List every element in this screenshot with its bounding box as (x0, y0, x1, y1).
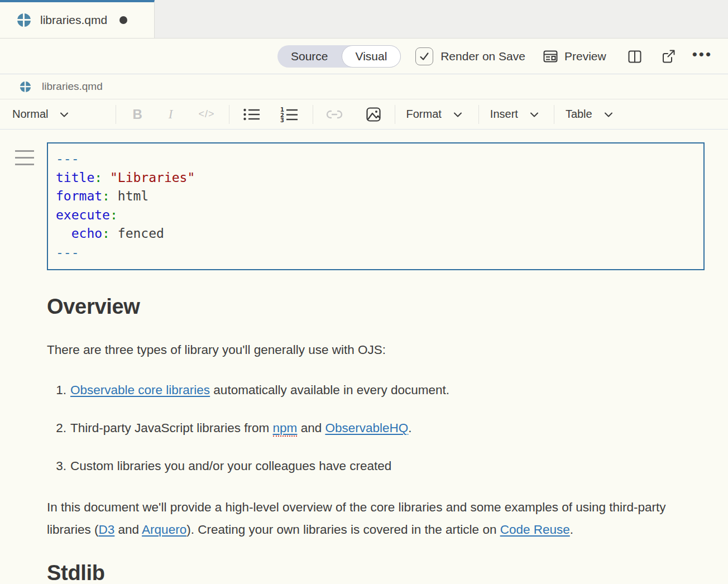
checkmark-icon (418, 50, 430, 63)
list-item[interactable]: 3. Custom libraries you and/or your coll… (47, 458, 689, 474)
block-drag-handle[interactable] (15, 150, 34, 170)
list-item-text: Custom libraries you and/or your colleag… (70, 458, 391, 474)
code-reuse-link[interactable]: Code Reuse (500, 523, 570, 537)
toolbar-divider (313, 105, 313, 124)
list-item-text: Third-party JavaScript libraries from np… (70, 420, 412, 436)
format-toolbar: Normal B I </> 1 2 3 (0, 99, 728, 130)
library-types-list: 1. Observable core libraries automatical… (47, 382, 689, 474)
quarto-icon (17, 13, 31, 27)
yaml-colon: : (102, 189, 110, 203)
arquero-link[interactable]: Arquero (142, 523, 186, 537)
intro-paragraph[interactable]: There are three types of library you'll … (47, 339, 689, 361)
chevron-down-icon (528, 108, 541, 121)
split-pane-button[interactable] (626, 48, 643, 65)
yaml-key: title (56, 170, 94, 185)
toolbar-divider (229, 105, 229, 124)
italic-icon: I (169, 107, 173, 122)
tab-libraries-qmd[interactable]: libraries.qmd (0, 0, 155, 38)
heading-stdlib[interactable]: Stdlib (47, 561, 689, 584)
yaml-value: fenced (110, 226, 164, 241)
inline-code-button[interactable]: </> (198, 108, 214, 120)
observable-core-libraries-link[interactable]: Observable core libraries (70, 383, 210, 397)
yaml-delimiter: --- (56, 151, 79, 166)
tab-title: libraries.qmd (40, 13, 107, 27)
insert-menu[interactable]: Insert (490, 108, 541, 121)
closing-paragraph[interactable]: In this document we'll provide a high-le… (47, 496, 689, 541)
numbered-list-button[interactable]: 1 2 3 (280, 107, 299, 122)
italic-button[interactable]: I (169, 107, 173, 122)
paragraph-style-dropdown[interactable]: Normal (12, 108, 71, 121)
document-path-bar: libraries.qmd (0, 74, 728, 99)
chevron-down-icon (602, 108, 615, 121)
preview-label: Preview (564, 50, 606, 63)
observablehq-link[interactable]: ObservableHQ (325, 421, 408, 435)
toolbar-divider (554, 105, 554, 124)
insert-menu-label: Insert (490, 108, 518, 121)
code-icon: </> (198, 108, 214, 120)
yaml-colon: : (94, 170, 102, 185)
bold-icon: B (132, 107, 142, 122)
list-number: 3. (47, 458, 70, 474)
modified-indicator-dot (119, 16, 127, 24)
preview-button[interactable]: Preview (542, 48, 606, 65)
more-options-button[interactable]: ••• (692, 47, 712, 66)
list-number: 1. (47, 382, 70, 398)
insert-link-button[interactable] (326, 109, 343, 120)
yaml-string-value: "Libraries" (102, 170, 195, 185)
npm-link[interactable]: npm (273, 421, 298, 437)
d3-link[interactable]: D3 (99, 523, 115, 537)
table-menu-label: Table (566, 108, 592, 121)
chevron-down-icon (451, 108, 464, 121)
yaml-key: execute (56, 208, 110, 222)
source-visual-toggle: Source Visual (277, 45, 401, 68)
paragraph-style-value: Normal (12, 108, 48, 121)
toolbar-divider (395, 105, 395, 124)
yaml-indent (56, 226, 71, 241)
yaml-value: html (110, 189, 149, 203)
numbered-list-icon: 1 2 3 (280, 107, 299, 122)
format-menu[interactable]: Format (406, 108, 464, 121)
render-on-save-checkbox[interactable] (415, 47, 433, 65)
image-icon (365, 106, 382, 123)
yaml-key: format (56, 189, 102, 203)
yaml-front-matter-block[interactable]: --- title: "Libraries" format: html exec… (47, 142, 705, 270)
list-item[interactable]: 2. Third-party JavaScript libraries from… (47, 420, 689, 436)
yaml-key: echo (71, 226, 102, 241)
visual-editor-canvas[interactable]: --- title: "Libraries" format: html exec… (0, 130, 728, 584)
ellipsis-icon: ••• (692, 47, 712, 66)
yaml-delimiter: --- (56, 245, 79, 260)
insert-image-button[interactable] (365, 106, 382, 123)
external-link-icon (660, 48, 677, 65)
toolbar-divider (478, 105, 479, 124)
editor-toolbar: Source Visual Render on Save Preview (0, 39, 728, 74)
chevron-down-icon (58, 108, 71, 121)
bullet-list-button[interactable] (243, 107, 261, 122)
heading-overview[interactable]: Overview (47, 295, 689, 319)
preview-icon (542, 48, 559, 65)
tab-bar: libraries.qmd (0, 0, 728, 39)
link-icon (326, 109, 343, 120)
format-menu-label: Format (406, 108, 442, 121)
quarto-icon-small (20, 81, 31, 93)
render-on-save-label[interactable]: Render on Save (440, 50, 525, 63)
list-number: 2. (47, 420, 70, 436)
bullet-list-icon (243, 107, 261, 122)
source-mode-button[interactable]: Source (277, 45, 342, 68)
visual-mode-button[interactable]: Visual (342, 45, 401, 68)
list-item[interactable]: 1. Observable core libraries automatical… (47, 382, 689, 398)
split-columns-icon (626, 48, 643, 65)
open-external-button[interactable] (660, 48, 677, 65)
document-filename: libraries.qmd (42, 80, 103, 93)
yaml-colon: : (110, 208, 118, 222)
list-item-text: Observable core libraries automatically … (70, 382, 449, 398)
toolbar-divider (116, 105, 116, 124)
table-menu[interactable]: Table (566, 108, 615, 121)
bold-button[interactable]: B (132, 107, 142, 122)
yaml-colon: : (102, 226, 110, 241)
svg-text:3: 3 (280, 117, 284, 122)
